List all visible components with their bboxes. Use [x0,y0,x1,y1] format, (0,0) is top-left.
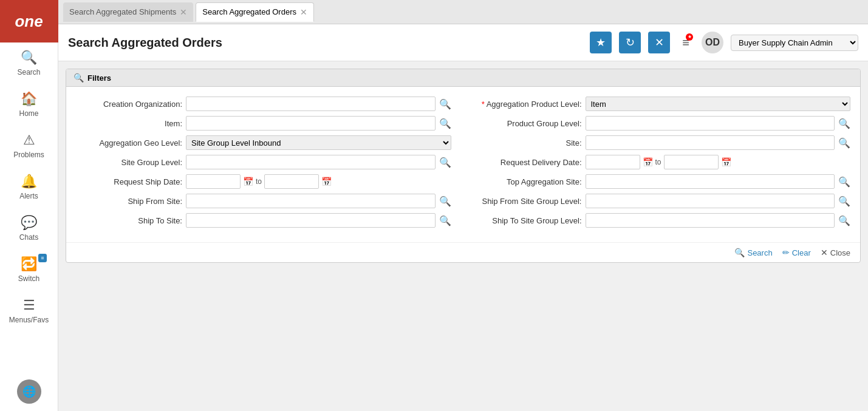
content-area: 🔍 Filters Creation Organization: 🔍 [58,61,868,411]
search-action[interactable]: 🔍 Search [734,248,772,257]
ship-to-site-search-icon[interactable]: 🔍 [439,215,451,226]
filter-ship-from-site-row: Ship From Site: 🔍 [76,194,451,208]
sidebar-item-alerts[interactable]: 🔔 Alerts [0,166,58,208]
ship-from-sgl-label: Ship From Site Group Level: [476,197,582,206]
clear-action[interactable]: ✏ Clear [782,248,811,257]
menu-badge: ★ [686,33,693,41]
filter-site-row: Site: 🔍 [476,135,851,150]
top-agg-site-label: Top Aggregation Site: [476,177,582,186]
filter-request-ship-date-row: Request Ship Date: 📅 to 📅 [76,174,451,189]
filters-body: Creation Organization: 🔍 Item: 🔍 A [66,87,860,242]
filter-request-delivery-date-row: Request Delivery Date: 📅 to 📅 [476,155,851,169]
menus-icon: ☰ [23,297,35,313]
calendar-icon-2[interactable]: 📅 [321,177,332,186]
sidebar: one 🔍 Search 🏠 Home ⚠ Problems 🔔 Alerts … [0,0,58,411]
ship-to-sgl-input[interactable] [586,213,835,228]
tab-close-shipments[interactable]: ✕ [180,8,187,16]
page-title: Search Aggregated Orders [68,36,583,50]
agg-geo-select[interactable]: Site Group Level Inbound Site Level Site… [186,135,451,150]
ship-to-sgl-label: Ship To Site Group Level: [476,216,582,225]
sidebar-item-search[interactable]: 🔍 Search [0,42,58,84]
user-initials: OD [702,32,723,53]
item-label: Item: [76,119,182,128]
delivery-date-from[interactable] [586,155,640,169]
request-ship-date-to[interactable] [264,174,319,189]
close-action[interactable]: ✕ Close [821,248,850,257]
product-group-search-icon[interactable]: 🔍 [838,118,850,129]
filters-footer: 🔍 Search ✏ Clear ✕ Close [66,242,860,262]
item-search-icon[interactable]: 🔍 [439,118,451,129]
request-ship-date-from[interactable] [186,174,241,189]
ship-from-site-label: Ship From Site: [76,197,182,206]
app-logo[interactable]: one [0,0,58,42]
agg-product-level-label: Aggregation Product Level: [476,100,582,109]
tab-aggregated-orders[interactable]: Search Aggregated Orders ✕ [196,2,314,22]
sidebar-item-home[interactable]: 🏠 Home [0,84,58,125]
right-column: Aggregation Product Level: Item Product … [476,97,851,233]
page-header: Search Aggregated Orders ★ ↻ ✕ ≡ ★ OD Bu… [58,24,868,61]
site-group-level-input[interactable] [186,155,436,169]
user-avatar[interactable]: 🌐 [17,379,41,404]
logo-text: one [15,12,43,31]
calendar-icon-3[interactable]: 📅 [643,157,653,167]
sidebar-item-menus[interactable]: ☰ Menus/Favs [0,290,58,331]
avatar-icon: 🌐 [22,385,36,398]
filters-tab: 🔍 Filters [66,69,860,87]
top-agg-site-input[interactable] [586,174,835,189]
left-column: Creation Organization: 🔍 Item: 🔍 A [76,97,451,233]
creation-org-search-icon[interactable]: 🔍 [439,98,451,110]
filter-ship-to-site-row: Ship To Site: 🔍 [76,213,451,228]
site-label: Site: [476,138,582,148]
sidebar-item-problems[interactable]: ⚠ Problems [0,125,58,166]
chats-icon: 💬 [21,215,37,231]
sidebar-item-switch[interactable]: 🔁 ≡ Switch [0,249,58,290]
delivery-date-to[interactable] [664,155,719,169]
alerts-icon: 🔔 [21,174,37,189]
search-icon: 🔍 [21,50,37,66]
agg-product-level-select[interactable]: Item Product Group All [586,97,851,111]
ship-from-site-search-icon[interactable]: 🔍 [439,195,451,207]
switch-icon: 🔁 [21,256,37,272]
site-search-icon[interactable]: 🔍 [838,137,850,149]
filter-agg-product-level-row: Aggregation Product Level: Item Product … [476,97,851,111]
sidebar-item-label-chats: Chats [19,233,38,242]
filters-tab-label: Filters [87,73,111,83]
sidebar-item-label-switch: Switch [18,274,39,283]
site-group-level-search-icon[interactable]: 🔍 [439,157,451,168]
tab-close-orders[interactable]: ✕ [300,8,307,16]
menu-button[interactable]: ≡ ★ [677,33,694,52]
ship-from-site-input[interactable] [186,194,436,208]
clear-action-icon: ✏ [782,248,790,257]
search-action-icon: 🔍 [734,248,745,257]
top-agg-site-search-icon[interactable]: 🔍 [838,176,850,188]
refresh-icon: ↻ [626,36,635,49]
calendar-icon-4[interactable]: 📅 [721,157,731,167]
search-action-label: Search [747,248,772,257]
close-icon: ✕ [655,36,664,49]
sidebar-item-chats[interactable]: 💬 Chats [0,208,58,249]
tab-label-shipments: Search Aggregated Shipments [69,7,176,16]
site-group-level-label: Site Group Level: [76,158,182,167]
request-delivery-date-label: Request Delivery Date: [476,158,582,167]
ship-from-sgl-search-icon[interactable]: 🔍 [838,195,850,207]
request-ship-date-label: Request Ship Date: [76,177,182,186]
refresh-button[interactable]: ↻ [619,32,641,53]
item-input[interactable] [186,116,436,131]
filter-item-row: Item: 🔍 [76,116,451,131]
tab-aggregated-shipments[interactable]: Search Aggregated Shipments ✕ [63,2,193,22]
product-group-level-input[interactable] [586,116,835,131]
site-input[interactable] [586,135,835,150]
filters-panel: 🔍 Filters Creation Organization: 🔍 [66,69,861,263]
role-select[interactable]: Buyer Supply Chain Admin Admin User [731,35,858,51]
star-button[interactable]: ★ [590,32,612,53]
tab-label-orders: Search Aggregated Orders [202,7,296,16]
problems-icon: ⚠ [23,132,35,148]
filter-ship-from-sgl-row: Ship From Site Group Level: 🔍 [476,194,851,208]
creation-org-input[interactable] [186,97,436,111]
filter-product-group-level-row: Product Group Level: 🔍 [476,116,851,131]
calendar-icon-1[interactable]: 📅 [243,177,253,186]
ship-from-sgl-input[interactable] [586,194,835,208]
ship-to-sgl-search-icon[interactable]: 🔍 [838,215,850,226]
close-button[interactable]: ✕ [648,32,670,53]
ship-to-site-input[interactable] [186,213,436,228]
